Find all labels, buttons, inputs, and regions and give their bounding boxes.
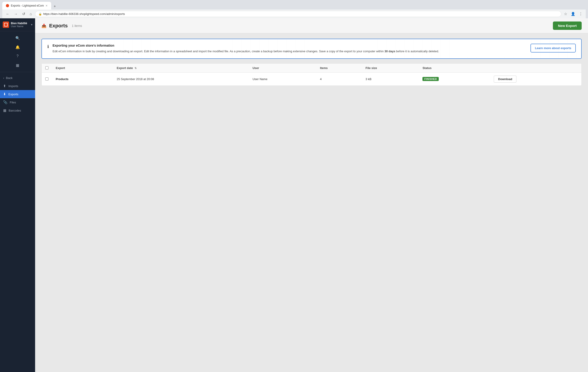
search-icon[interactable]: 🔍 bbox=[13, 34, 22, 42]
sidebar-nav: ‹ Back ⬆ Imports ⬇ Exports 📎 Files ▦ Bar… bbox=[0, 72, 35, 372]
sidebar-item-exports-label: Exports bbox=[8, 92, 18, 96]
table-row: Products 25 September 2018 at 20:08 User… bbox=[42, 72, 581, 86]
action-cell: Download bbox=[490, 72, 581, 86]
file-size-cell: 3 kB bbox=[362, 72, 419, 86]
export-date-column-label: Export date bbox=[117, 66, 133, 70]
brand-name: Bien Habillié bbox=[11, 22, 29, 25]
sidebar-item-imports[interactable]: ⬆ Imports bbox=[0, 82, 35, 90]
user-name: User Name bbox=[252, 77, 267, 81]
app: Bien Habillié User Name ▾ 🔍 🔔 ? ▦ ‹ Back… bbox=[0, 18, 588, 372]
sidebar-logo bbox=[3, 21, 9, 28]
header-row: Export Export date ⇅ User Items bbox=[42, 64, 581, 73]
export-name-cell: Products bbox=[52, 72, 113, 86]
question-icon[interactable]: ? bbox=[13, 52, 22, 60]
brand-dropdown-icon: ▾ bbox=[31, 23, 32, 26]
address-bar[interactable]: 🔒 https://bien-habillie-606338.shoplight… bbox=[35, 11, 561, 17]
back-label: Back bbox=[6, 76, 12, 80]
export-column-header: Export bbox=[52, 64, 113, 73]
new-export-button[interactable]: New Export bbox=[553, 21, 582, 30]
export-date-column-header[interactable]: Export date ⇅ bbox=[113, 64, 249, 73]
main: 📤 Exports 1 items New Export ℹ Exporting… bbox=[35, 18, 588, 372]
items-count: 4 bbox=[320, 77, 322, 81]
row-checkbox[interactable] bbox=[45, 77, 49, 80]
banner-title: Exporting your eCom store's information bbox=[52, 44, 527, 47]
status-column-label: Status bbox=[422, 66, 431, 70]
back-chevron-icon: ‹ bbox=[3, 76, 4, 80]
tab-favicon bbox=[6, 4, 9, 7]
export-name: Products bbox=[56, 77, 68, 81]
banner-text-2: before it is automatically deleted. bbox=[395, 50, 439, 53]
browser-tabs: Exports - Lightspeed eCom × + bbox=[2, 2, 586, 10]
learn-more-button[interactable]: Learn more about exports bbox=[530, 44, 576, 52]
page-title: Exports bbox=[49, 23, 68, 29]
home-button[interactable]: ⌂ bbox=[28, 11, 33, 17]
sidebar: Bien Habillié User Name ▾ 🔍 🔔 ? ▦ ‹ Back… bbox=[0, 18, 35, 372]
banner-body: Exporting your eCom store's information … bbox=[52, 44, 527, 54]
sort-icon: ⇅ bbox=[135, 67, 136, 70]
export-date: 25 September 2018 at 20:08 bbox=[117, 77, 154, 81]
exports-table-container: Export Export date ⇅ User Items bbox=[42, 63, 582, 86]
sidebar-item-imports-label: Imports bbox=[8, 84, 18, 88]
browser-actions: ☆ 👤 ⋮ bbox=[563, 11, 583, 17]
export-column-label: Export bbox=[56, 66, 65, 70]
brand-user: User Name bbox=[11, 25, 29, 28]
bell-icon[interactable]: 🔔 bbox=[13, 43, 22, 51]
bookmark-button[interactable]: ☆ bbox=[563, 11, 568, 17]
table-header: Export Export date ⇅ User Items bbox=[42, 64, 581, 73]
forward-button[interactable]: → bbox=[13, 11, 19, 17]
file-size: 3 kB bbox=[366, 77, 371, 81]
sidebar-item-exports[interactable]: ⬇ Exports bbox=[0, 90, 35, 98]
banner-bold-text: 30 days bbox=[385, 50, 396, 53]
logo-flame-icon bbox=[4, 23, 8, 27]
learn-more-container: Learn more about exports bbox=[530, 44, 576, 52]
table-body: Products 25 September 2018 at 20:08 User… bbox=[42, 72, 581, 86]
exports-table: Export Export date ⇅ User Items bbox=[42, 64, 581, 86]
browser-chrome: Exports - Lightspeed eCom × + ← → ↺ ⌂ 🔒 … bbox=[0, 0, 588, 18]
imports-icon: ⬆ bbox=[3, 84, 6, 88]
status-badge: FINISHED bbox=[422, 77, 439, 81]
sidebar-brand[interactable]: Bien Habillié User Name ▾ bbox=[0, 18, 35, 31]
page-header: 📤 Exports 1 items New Export bbox=[35, 18, 588, 33]
files-icon: 📎 bbox=[3, 100, 8, 104]
exports-icon: ⬇ bbox=[3, 92, 6, 96]
sidebar-item-barcodes[interactable]: ▦ Barcodes bbox=[0, 106, 35, 114]
info-banner: ℹ Exporting your eCom store's informatio… bbox=[42, 39, 582, 59]
main-content: ℹ Exporting your eCom store's informatio… bbox=[35, 33, 588, 372]
items-cell: 4 bbox=[316, 72, 362, 86]
tab-close-icon[interactable]: × bbox=[45, 4, 47, 8]
active-tab[interactable]: Exports - Lightspeed eCom × bbox=[2, 2, 51, 10]
header-left: 📤 Exports 1 items bbox=[42, 23, 82, 29]
export-date-cell: 25 September 2018 at 20:08 bbox=[113, 72, 249, 86]
user-column-label: User bbox=[252, 66, 259, 70]
more-button[interactable]: ⋮ bbox=[578, 11, 583, 17]
page-icon: 📤 bbox=[42, 23, 46, 28]
select-all-checkbox[interactable] bbox=[45, 66, 49, 70]
banner-text-1: Edit eCom information in bulk by creatin… bbox=[52, 50, 385, 53]
back-button[interactable]: ← bbox=[5, 11, 11, 17]
user-cell: User Name bbox=[249, 72, 316, 86]
new-tab-button[interactable]: + bbox=[52, 3, 58, 10]
action-column-header bbox=[490, 64, 581, 73]
select-all-checkbox-cell bbox=[45, 66, 49, 70]
sidebar-item-barcodes-label: Barcodes bbox=[9, 109, 21, 112]
info-icon: ℹ bbox=[47, 44, 49, 49]
grid-icon[interactable]: ▦ bbox=[13, 61, 22, 69]
reload-button[interactable]: ↺ bbox=[21, 11, 27, 17]
row-checkbox-cell bbox=[42, 72, 52, 86]
user-column-header: User bbox=[249, 64, 316, 73]
sidebar-back-button[interactable]: ‹ Back bbox=[0, 74, 35, 82]
items-column-label: Items bbox=[320, 66, 328, 70]
barcodes-icon: ▦ bbox=[3, 108, 6, 112]
status-column-header: Status bbox=[419, 64, 490, 73]
download-button[interactable]: Download bbox=[494, 76, 516, 83]
file-size-column-label: File size bbox=[366, 66, 377, 70]
sidebar-icons: 🔍 🔔 ? ▦ bbox=[0, 31, 35, 72]
tab-title: Exports - Lightspeed eCom bbox=[11, 4, 44, 7]
lock-icon: 🔒 bbox=[39, 12, 42, 16]
browser-toolbar: ← → ↺ ⌂ 🔒 https://bien-habillie-606338.s… bbox=[2, 10, 586, 18]
profile-button[interactable]: 👤 bbox=[570, 11, 576, 17]
status-cell: FINISHED bbox=[419, 72, 490, 86]
url-text: https://bien-habillie-606338.shoplightsp… bbox=[43, 12, 558, 16]
sidebar-item-files[interactable]: 📎 Files bbox=[0, 98, 35, 106]
items-column-header: Items bbox=[316, 64, 362, 73]
